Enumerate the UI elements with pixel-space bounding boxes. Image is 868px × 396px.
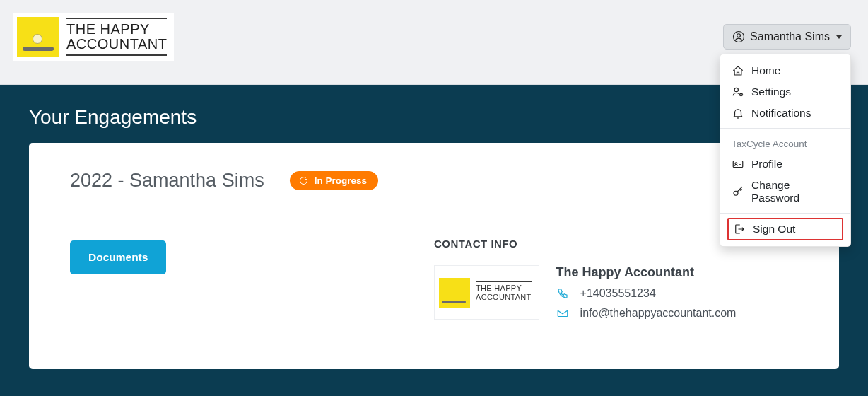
svg-rect-7 [558, 310, 568, 317]
page-title: Your Engagements [29, 106, 839, 129]
status-badge: In Progress [290, 171, 378, 190]
contact-company-name: The Happy Accountant [556, 265, 737, 280]
contact-info-section: CONTACT INFO THE HAPPY ACCOUNTANT [434, 238, 798, 320]
sign-out-icon [733, 223, 746, 235]
svg-rect-4 [733, 161, 743, 168]
lightbulb-icon [439, 278, 470, 308]
menu-label: Settings [751, 86, 791, 98]
menu-item-settings[interactable]: Settings [720, 81, 850, 103]
mini-logo-line-2: ACCOUNTANT [476, 293, 532, 303]
contact-phone-row: +14035551234 [556, 287, 737, 300]
lightbulb-icon [17, 17, 59, 57]
logo-line-1: THE HAPPY [66, 18, 167, 37]
phone-icon [556, 287, 569, 300]
user-circle-icon [732, 30, 745, 43]
contact-email: info@thehappyaccountant.com [580, 307, 737, 320]
menu-item-sign-out[interactable]: Sign Out [727, 218, 843, 240]
menu-divider [720, 213, 850, 214]
key-icon [732, 185, 744, 198]
svg-point-2 [734, 88, 738, 91]
menu-label: Profile [751, 158, 782, 170]
user-menu-button[interactable]: Samantha Sims [723, 24, 851, 50]
svg-point-6 [734, 191, 738, 195]
user-dropdown: Home Settings Notifications TaxCycle Acc… [720, 54, 851, 247]
svg-point-5 [735, 163, 737, 165]
contact-phone: +14035551234 [580, 287, 656, 300]
engagement-title: 2022 - Samantha Sims [70, 170, 264, 192]
menu-label: Home [751, 64, 780, 77]
status-label: In Progress [315, 175, 367, 186]
menu-label: Sign Out [753, 223, 795, 235]
user-name: Samantha Sims [750, 30, 830, 43]
card-header: 2022 - Samantha Sims In Progress [29, 143, 839, 216]
engagement-card: 2022 - Samantha Sims In Progress Documen… [29, 143, 839, 369]
menu-divider [720, 128, 850, 129]
menu-item-profile[interactable]: Profile [720, 153, 850, 175]
menu-item-change-password[interactable]: Change Password [720, 175, 850, 209]
documents-button[interactable]: Documents [70, 240, 166, 274]
menu-item-home[interactable]: Home [720, 60, 850, 81]
menu-item-notifications[interactable]: Notifications [720, 103, 850, 124]
bell-icon [732, 107, 744, 120]
settings-icon [732, 86, 744, 98]
left-column: Documents [70, 238, 434, 320]
logo-text: THE HAPPY ACCOUNTANT [66, 18, 167, 56]
contact-email-row: info@thehappyaccountant.com [556, 307, 737, 320]
home-icon [732, 64, 744, 77]
menu-label: Notifications [751, 107, 811, 120]
email-icon [556, 307, 569, 320]
contact-logo: THE HAPPY ACCOUNTANT [434, 265, 539, 320]
menu-label: Change Password [751, 179, 839, 204]
id-card-icon [732, 158, 744, 170]
refresh-icon [298, 175, 309, 186]
site-logo[interactable]: THE HAPPY ACCOUNTANT [13, 13, 174, 61]
menu-section-header: TaxCycle Account [720, 133, 850, 153]
svg-point-1 [737, 34, 741, 37]
caret-down-icon [836, 35, 842, 39]
card-body: Documents CONTACT INFO THE HAPPY ACCOUNT… [29, 216, 839, 369]
mini-logo-line-1: THE HAPPY [476, 281, 532, 292]
logo-line-2: ACCOUNTANT [66, 37, 167, 56]
